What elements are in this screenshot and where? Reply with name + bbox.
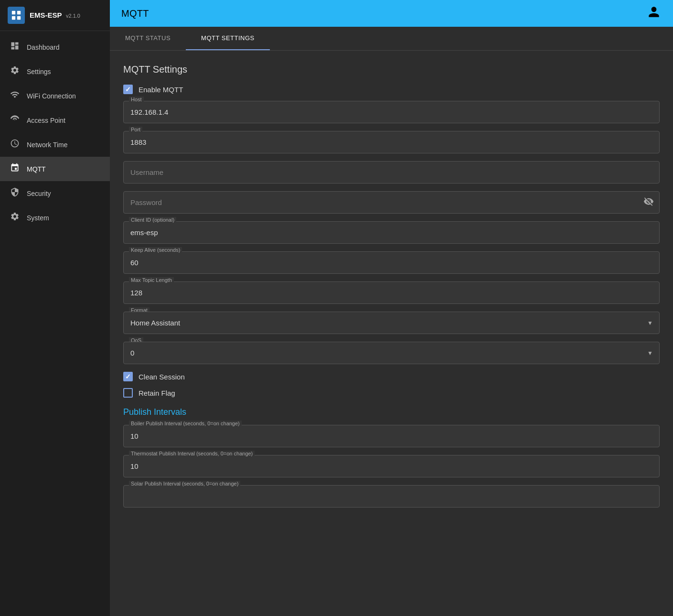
client-id-field: Client ID (optional) bbox=[123, 221, 660, 244]
svg-rect-3 bbox=[17, 16, 21, 20]
sidebar-label-mqtt: MQTT bbox=[27, 165, 46, 173]
retain-flag-row[interactable]: ✓ Retain Flag bbox=[123, 388, 660, 398]
format-field: Format Home Assistant Default Nested Sin… bbox=[123, 312, 660, 334]
password-input[interactable] bbox=[123, 191, 660, 214]
sidebar-label-system: System bbox=[27, 214, 49, 222]
system-icon bbox=[10, 212, 20, 224]
section-title: MQTT Settings bbox=[123, 64, 660, 75]
port-field: Port bbox=[123, 131, 660, 153]
clean-session-label: Clean Session bbox=[139, 373, 185, 381]
sidebar-nav: Dashboard Settings WiFi Connection Acces… bbox=[0, 31, 110, 616]
password-wrapper bbox=[123, 191, 660, 214]
retain-flag-label: Retain Flag bbox=[139, 389, 175, 397]
sidebar-label-access-point: Access Point bbox=[27, 117, 65, 124]
mqtt-icon bbox=[10, 163, 20, 175]
user-icon[interactable] bbox=[646, 4, 662, 23]
username-input[interactable] bbox=[123, 161, 660, 184]
check-icon: ✓ bbox=[125, 86, 131, 93]
host-field: Host bbox=[123, 101, 660, 123]
main-content: MQTT Settings ✓ Enable MQTT Host Port bbox=[110, 51, 673, 616]
sidebar-label-security: Security bbox=[27, 190, 51, 197]
settings-icon bbox=[10, 65, 20, 77]
keep-alive-input[interactable] bbox=[123, 251, 660, 274]
max-topic-input[interactable] bbox=[123, 281, 660, 304]
svg-rect-1 bbox=[17, 11, 21, 14]
access-point-icon bbox=[10, 114, 20, 126]
boiler-interval-input[interactable] bbox=[123, 425, 660, 447]
sidebar-item-network-time[interactable]: Network Time bbox=[0, 132, 110, 157]
security-icon bbox=[10, 187, 20, 199]
sidebar-label-wifi: WiFi Connection bbox=[27, 92, 76, 100]
sidebar-item-wifi[interactable]: WiFi Connection bbox=[0, 84, 110, 108]
sidebar-label-network-time: Network Time bbox=[27, 141, 68, 149]
qos-field: QoS 0 1 2 bbox=[123, 342, 660, 364]
thermostat-interval-input[interactable] bbox=[123, 455, 660, 477]
enable-mqtt-label: Enable MQTT bbox=[139, 86, 183, 94]
qos-select[interactable]: 0 1 2 bbox=[123, 342, 660, 364]
format-select[interactable]: Home Assistant Default Nested Single bbox=[123, 312, 660, 334]
client-id-input[interactable] bbox=[123, 221, 660, 244]
sidebar-label-dashboard: Dashboard bbox=[27, 43, 60, 51]
retain-flag-checkbox[interactable]: ✓ bbox=[123, 388, 133, 398]
app-logo: EMS-ESP v2.1.0 bbox=[0, 0, 110, 31]
solar-interval-input[interactable] bbox=[123, 485, 660, 508]
clean-session-row[interactable]: ✓ Clean Session bbox=[123, 372, 660, 381]
wifi-icon bbox=[10, 90, 20, 102]
tab-mqtt-settings[interactable]: MQTT SETTINGS bbox=[186, 27, 270, 50]
host-input[interactable] bbox=[123, 101, 660, 123]
network-time-icon bbox=[10, 139, 20, 151]
app-icon bbox=[8, 7, 25, 24]
port-input[interactable] bbox=[123, 131, 660, 153]
sidebar-item-settings[interactable]: Settings bbox=[0, 59, 110, 84]
thermostat-interval-field: Thermostat Publish Interval (seconds, 0=… bbox=[123, 455, 660, 477]
tab-mqtt-status[interactable]: MQTT STATUS bbox=[110, 27, 186, 50]
sidebar-item-mqtt[interactable]: MQTT bbox=[0, 157, 110, 181]
boiler-interval-field: Boiler Publish Interval (seconds, 0=on c… bbox=[123, 425, 660, 447]
sidebar: EMS-ESP v2.1.0 Dashboard Settings WiFi C… bbox=[0, 0, 110, 616]
app-version: v2.1.0 bbox=[66, 13, 80, 19]
clean-session-checkbox[interactable]: ✓ bbox=[123, 372, 133, 381]
svg-rect-0 bbox=[12, 11, 15, 14]
dashboard-icon bbox=[10, 41, 20, 53]
password-field bbox=[123, 191, 660, 214]
publish-intervals-title: Publish Intervals bbox=[123, 407, 660, 417]
keep-alive-field: Keep Alive (seconds) bbox=[123, 251, 660, 274]
sidebar-item-system[interactable]: System bbox=[0, 205, 110, 230]
qos-select-wrapper: 0 1 2 bbox=[123, 342, 660, 364]
sidebar-item-access-point[interactable]: Access Point bbox=[0, 108, 110, 132]
tab-bar: MQTT STATUS MQTT SETTINGS bbox=[110, 27, 673, 51]
solar-interval-field: Solar Publish Interval (seconds, 0=on ch… bbox=[123, 485, 660, 508]
password-toggle-icon[interactable] bbox=[643, 196, 654, 209]
username-field bbox=[123, 161, 660, 184]
clean-session-check-icon: ✓ bbox=[125, 373, 131, 380]
main-area: MQTT MQTT STATUS MQTT SETTINGS MQTT Sett… bbox=[110, 0, 673, 616]
page-title: MQTT bbox=[121, 8, 149, 19]
svg-rect-2 bbox=[12, 16, 15, 20]
sidebar-item-dashboard[interactable]: Dashboard bbox=[0, 35, 110, 59]
sidebar-item-security[interactable]: Security bbox=[0, 181, 110, 205]
enable-mqtt-checkbox-row[interactable]: ✓ Enable MQTT bbox=[123, 85, 660, 94]
sidebar-label-settings: Settings bbox=[27, 68, 51, 76]
app-name: EMS-ESP bbox=[30, 11, 62, 19]
enable-mqtt-checkbox[interactable]: ✓ bbox=[123, 85, 133, 94]
max-topic-field: Max Topic Length bbox=[123, 281, 660, 304]
topbar: MQTT bbox=[110, 0, 673, 27]
format-select-wrapper: Home Assistant Default Nested Single bbox=[123, 312, 660, 334]
